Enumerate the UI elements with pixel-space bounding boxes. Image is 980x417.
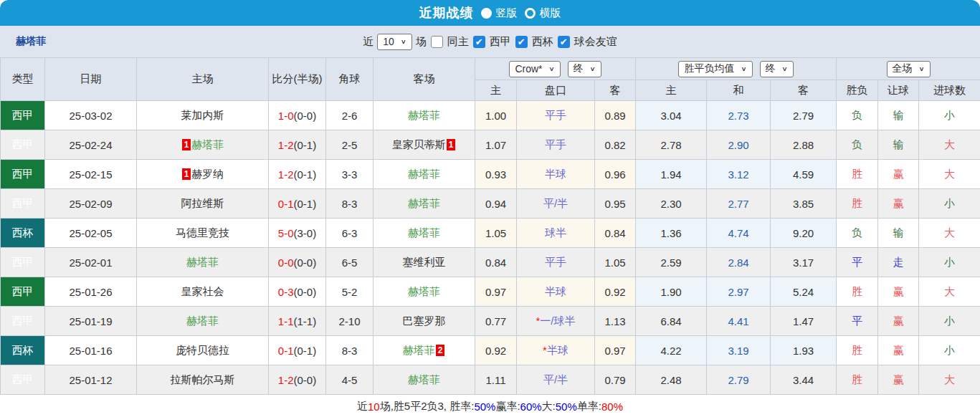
team-name-text: 赫塔菲 bbox=[408, 373, 440, 385]
avg-draw-cell: 2.79 bbox=[707, 365, 771, 395]
handicap-result-cell: 赢 bbox=[878, 365, 919, 395]
col-header-score: 比分(半场) bbox=[269, 58, 326, 101]
away-team-cell: 巴塞罗那 bbox=[374, 307, 475, 336]
avg-company-value: 胜平负均值 bbox=[684, 62, 734, 75]
goals-cell: 小 bbox=[919, 101, 980, 130]
corners-cell: 2-5 bbox=[326, 130, 374, 160]
scope-select[interactable]: 全场 ∨ bbox=[887, 61, 931, 77]
date-cell: 25-02-15 bbox=[45, 160, 137, 189]
checkbox-same-home[interactable]: ✔ bbox=[431, 36, 443, 48]
goals-cell: 小 bbox=[919, 307, 980, 336]
type-cell: 西甲 bbox=[1, 365, 45, 395]
home-team-cell: 阿拉维斯 bbox=[137, 189, 269, 219]
checkbox-laliga[interactable]: ✔ bbox=[473, 36, 485, 48]
summary-footer: 近10场,胜5平2负3, 胜率:50% 赢率:60% 大:50% 单率:80% bbox=[0, 395, 980, 417]
checkbox-copa[interactable]: ✔ bbox=[515, 36, 528, 48]
avg-away-cell: 2.88 bbox=[771, 130, 837, 160]
avg-away-cell: 5.24 bbox=[771, 277, 837, 307]
odds-home-cell: 0.92 bbox=[475, 336, 517, 365]
avg-away-cell: 1.47 bbox=[771, 307, 837, 336]
away-team-cell: 皇家贝蒂斯1 bbox=[374, 130, 475, 160]
team-name: 赫塔菲 bbox=[16, 35, 46, 48]
table-row: 西杯25-01-16庞特贝德拉0-1(0-1)8-3赫塔菲20.92*半球0.9… bbox=[1, 336, 980, 365]
avg-home-cell: 2.59 bbox=[636, 248, 707, 277]
avg-draw-cell: 3.12 bbox=[707, 160, 771, 189]
footer-segment: 60% bbox=[520, 401, 542, 413]
col-header-corners: 角球 bbox=[326, 58, 374, 101]
sub-header-odds-home: 主 bbox=[475, 80, 517, 101]
corners-cell: 6-3 bbox=[326, 219, 374, 248]
avg-draw-cell: 2.73 bbox=[707, 101, 771, 130]
result-cell: 负 bbox=[837, 101, 878, 130]
table-row: 西甲25-02-241赫塔菲1-2(0-1)2-5皇家贝蒂斯11.07平手0.8… bbox=[1, 130, 980, 160]
away-team-cell: 赫塔菲 bbox=[374, 160, 475, 189]
corners-cell: 5-2 bbox=[326, 277, 374, 307]
goals-cell: 大 bbox=[919, 365, 980, 395]
avg-home-cell: 1.90 bbox=[636, 277, 707, 307]
footer-segment: 单率: bbox=[577, 400, 601, 413]
recent-label: 近 bbox=[363, 35, 374, 49]
avg-home-cell: 2.78 bbox=[636, 130, 707, 160]
checkbox-friendly[interactable]: ✔ bbox=[558, 36, 570, 48]
odds-home-cell: 1.07 bbox=[475, 130, 517, 160]
radio-selected-icon[interactable] bbox=[481, 8, 492, 19]
sub-header-handicap-result: 让球 bbox=[878, 80, 919, 101]
team-name-text: 莱加内斯 bbox=[181, 109, 224, 121]
team-name-text: 赫塔菲 bbox=[191, 138, 224, 150]
table-row: 西甲25-01-26皇家社会0-3(0-0)5-2赫塔菲0.97半球0.921.… bbox=[1, 277, 980, 307]
avg-state-select[interactable]: 终 ∨ bbox=[760, 61, 794, 77]
avg-home-cell: 6.84 bbox=[636, 307, 707, 336]
odds-state-select[interactable]: 终 ∨ bbox=[568, 61, 601, 77]
type-cell: 西杯 bbox=[1, 219, 45, 248]
away-team-cell: 赫塔菲 bbox=[374, 365, 475, 395]
team-name-text: 赫塔菲 bbox=[408, 168, 440, 180]
away-team-cell: 赫塔菲 bbox=[374, 277, 475, 307]
avg-state-value: 终 bbox=[766, 62, 776, 75]
radio-vertical-layout[interactable]: 竖版 bbox=[481, 6, 518, 20]
goals-cell: 大 bbox=[919, 130, 980, 160]
team-name-text: 赫塔菲 bbox=[408, 197, 440, 209]
away-team-cell: 塞维利亚 bbox=[374, 248, 475, 277]
table-row: 西甲25-03-02莱加内斯1-0(0-0)2-6赫塔菲1.00平手0.893.… bbox=[1, 101, 980, 130]
odds-home-cell: 0.94 bbox=[475, 189, 517, 219]
odds-away-cell: 1.05 bbox=[595, 248, 636, 277]
date-cell: 25-01-19 bbox=[45, 307, 137, 336]
team-name-text: 巴塞罗那 bbox=[403, 315, 446, 327]
table-row: 西杯25-02-05马德里竞技5-0(3-0)6-3赫塔菲1.05球半0.841… bbox=[1, 219, 980, 248]
score-cell: 0-1(0-1) bbox=[269, 189, 326, 219]
away-team-cell: 赫塔菲 bbox=[374, 189, 475, 219]
col-header-date: 日期 bbox=[45, 58, 137, 101]
handicap-cell: 半球 bbox=[517, 160, 595, 189]
score-cell: 0-1(0-1) bbox=[269, 336, 326, 365]
type-cell: 西杯 bbox=[1, 336, 45, 365]
radio-unselected-icon[interactable] bbox=[525, 8, 536, 19]
odds-state-value: 终 bbox=[574, 62, 584, 75]
footer-segment: 赢率: bbox=[495, 400, 520, 413]
avg-home-cell: 3.04 bbox=[636, 101, 707, 130]
avg-away-cell: 2.79 bbox=[771, 101, 837, 130]
sub-header-odds-away: 客 bbox=[595, 80, 636, 101]
avg-company-select[interactable]: 胜平负均值 ∨ bbox=[678, 61, 752, 77]
handicap-cell: 平手 bbox=[517, 130, 595, 160]
avg-group-header: 胜平负均值 ∨ 终 ∨ bbox=[636, 58, 837, 80]
results-body: 西甲25-03-02莱加内斯1-0(0-0)2-6赫塔菲1.00平手0.893.… bbox=[1, 101, 980, 395]
chevron-down-icon: ∨ bbox=[782, 65, 788, 72]
odds-away-cell: 0.96 bbox=[595, 160, 636, 189]
avg-home-cell: 2.30 bbox=[636, 189, 707, 219]
friendly-label: 球会友谊 bbox=[574, 35, 617, 49]
goals-cell: 大 bbox=[919, 219, 980, 248]
team-name-text: 赫塔菲 bbox=[408, 109, 440, 121]
type-cell: 西甲 bbox=[1, 160, 45, 189]
goals-cell: 小 bbox=[919, 189, 980, 219]
home-team-cell: 赫塔菲 bbox=[137, 307, 269, 336]
date-cell: 25-03-02 bbox=[45, 101, 137, 130]
team-name-text: 马德里竞技 bbox=[176, 226, 229, 239]
col-header-away: 客场 bbox=[374, 58, 475, 101]
radio-horizontal-layout[interactable]: 横版 bbox=[525, 6, 561, 20]
date-cell: 25-02-05 bbox=[45, 219, 137, 248]
corners-cell: 6-5 bbox=[326, 248, 374, 277]
score-cell: 1-1(1-1) bbox=[269, 307, 326, 336]
odds-company-select[interactable]: Crow* ∨ bbox=[509, 61, 560, 77]
home-team-cell: 皇家社会 bbox=[137, 277, 269, 307]
recent-games-select[interactable]: 10 ∨ bbox=[377, 34, 412, 50]
